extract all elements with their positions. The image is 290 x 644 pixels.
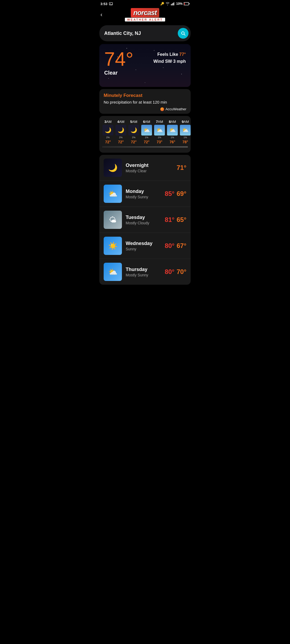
- daily-info: Tuesday Mostly Cloudy: [126, 215, 161, 225]
- svg-rect-2: [171, 4, 171, 6]
- weather-hero: 74° Clear Feels Like 77° Wind SW 3 mph: [99, 44, 191, 87]
- hourly-precip: 1%: [145, 136, 148, 139]
- hourly-precip: 1%: [171, 136, 174, 139]
- minutely-title: Minutely Forecast: [104, 93, 186, 98]
- daily-high: 85°: [165, 190, 174, 197]
- svg-rect-4: [173, 3, 173, 5]
- hourly-temp: 73°: [157, 140, 162, 144]
- daily-low: 65°: [177, 216, 186, 224]
- daily-temps: 71°: [177, 164, 186, 171]
- search-button[interactable]: [178, 28, 189, 39]
- hourly-time: 3AM: [104, 120, 112, 124]
- hourly-bar: [99, 144, 191, 149]
- key-icon: 🔑: [160, 2, 164, 6]
- minutely-description: No precipitation for at least 120 min: [104, 100, 186, 104]
- back-button[interactable]: ‹: [100, 11, 102, 18]
- minutely-forecast-card: Minutely Forecast No precipitation for a…: [99, 89, 191, 114]
- svg-rect-5: [174, 2, 174, 5]
- search-bar[interactable]: Atlantic City, NJ: [99, 25, 191, 41]
- hourly-icon: ⛅: [167, 125, 178, 136]
- daily-high: 80°: [165, 268, 174, 276]
- hourly-precip: 1%: [158, 136, 161, 139]
- status-icons: 🔑 10%: [160, 2, 190, 6]
- daily-high: 80°: [165, 242, 174, 250]
- wind-info: Wind SW 3 mph: [153, 59, 186, 64]
- daily-item: ☀️ Wednesday Sunny 80° 67°: [99, 233, 191, 259]
- feels-like: Feels Like 77°: [153, 52, 186, 57]
- logo-norcast: norcast: [131, 8, 160, 17]
- current-condition: Clear: [104, 70, 133, 76]
- daily-low: 67°: [177, 242, 186, 250]
- hourly-item: 4AM 🌙 2% 72°: [115, 120, 127, 144]
- daily-temps: 80° 67°: [165, 242, 186, 250]
- daily-icon: 🌤: [104, 211, 122, 229]
- hourly-icon: 🌙: [115, 125, 126, 136]
- hourly-time: 6AM: [143, 120, 150, 124]
- progress-bar: [102, 146, 188, 148]
- feels-like-label: Feels Like: [157, 52, 178, 57]
- daily-info: Overnight Mostly Clear: [126, 163, 173, 173]
- hourly-temp: 78°: [182, 140, 188, 144]
- hourly-temp: 76°: [169, 140, 175, 144]
- hourly-item: 3AM 🌙 2% 72°: [102, 120, 114, 144]
- hourly-icon: ⛅: [154, 125, 165, 136]
- status-bar: 3:53 🔑 10%: [97, 0, 193, 7]
- daily-condition: Mostly Cloudy: [126, 221, 161, 225]
- daily-condition: Mostly Sunny: [126, 195, 161, 199]
- hourly-time: 9AM: [182, 120, 189, 124]
- daily-icon: ☀️: [104, 237, 122, 255]
- hourly-icon: 🌙: [103, 125, 113, 136]
- hourly-time: 7AM: [156, 120, 163, 124]
- time-display: 3:53: [100, 2, 107, 6]
- hourly-item: 8AM ⛅ 1% 76°: [166, 120, 178, 144]
- accuweather-badge: AccuWeather: [104, 107, 186, 111]
- daily-day: Tuesday: [126, 215, 161, 220]
- daily-low: 70°: [177, 268, 186, 276]
- logo-weather-alert: WEATHER ALERT: [125, 18, 165, 21]
- svg-point-1: [110, 3, 111, 4]
- accuweather-label: AccuWeather: [165, 107, 186, 111]
- daily-icon: ⛅: [104, 263, 122, 281]
- daily-condition: Sunny: [126, 247, 161, 251]
- daily-low: 71°: [177, 164, 186, 171]
- daily-condition: Mostly Sunny: [126, 273, 161, 277]
- hourly-item: 6AM ⛅ 1% 72°: [141, 120, 153, 144]
- hourly-temp: 72°: [131, 140, 136, 144]
- daily-temps: 85° 69°: [165, 190, 186, 197]
- daily-day: Monday: [126, 189, 161, 194]
- daily-item: 🌙 Overnight Mostly Clear 71°: [99, 155, 191, 181]
- hourly-icon: ⛅: [141, 125, 152, 136]
- current-temp: 74°: [104, 49, 133, 69]
- hourly-precip: 2%: [119, 136, 122, 139]
- svg-rect-3: [172, 3, 172, 5]
- battery-display: 10%: [176, 2, 183, 6]
- daily-day: Overnight: [126, 163, 173, 168]
- signal-icon: [171, 2, 175, 5]
- wifi-icon: [165, 2, 170, 5]
- daily-condition: Mostly Clear: [126, 169, 173, 173]
- hourly-precip: 1%: [183, 136, 187, 139]
- hourly-scroll-container[interactable]: 3AM 🌙 2% 72° 4AM 🌙 2% 72° 5AM 🌙 2%: [99, 120, 191, 144]
- app-logo: norcast WEATHER ALERT: [125, 8, 165, 21]
- app-header: ‹ norcast WEATHER ALERT: [97, 7, 193, 24]
- daily-item: 🌤 Tuesday Mostly Cloudy 81° 65°: [99, 207, 191, 233]
- daily-icon: 🌙: [104, 159, 122, 177]
- daily-info: Monday Mostly Sunny: [126, 189, 161, 199]
- hourly-icon: ⛅: [180, 125, 191, 136]
- hourly-time: 8AM: [169, 120, 176, 124]
- daily-forecast-card: 🌙 Overnight Mostly Clear 71° ⛅ Monday Mo…: [99, 155, 191, 285]
- daily-item: ⛅ Thursday Mostly Sunny 80° 70°: [99, 259, 191, 285]
- svg-rect-8: [184, 3, 185, 5]
- hourly-item: 5AM 🌙 2% 72°: [128, 120, 140, 144]
- daily-info: Thursday Mostly Sunny: [126, 267, 161, 277]
- hourly-time: 4AM: [117, 120, 125, 124]
- daily-icon: ⛅: [104, 185, 122, 203]
- daily-info: Wednesday Sunny: [126, 241, 161, 251]
- wind-value: SW 3 mph: [165, 59, 186, 64]
- feels-like-value: 77°: [179, 52, 186, 57]
- svg-rect-7: [189, 3, 190, 4]
- hourly-precip: 2%: [106, 136, 110, 139]
- daily-day: Thursday: [126, 267, 161, 272]
- daily-low: 69°: [177, 190, 186, 197]
- hourly-temp: 72°: [144, 140, 149, 144]
